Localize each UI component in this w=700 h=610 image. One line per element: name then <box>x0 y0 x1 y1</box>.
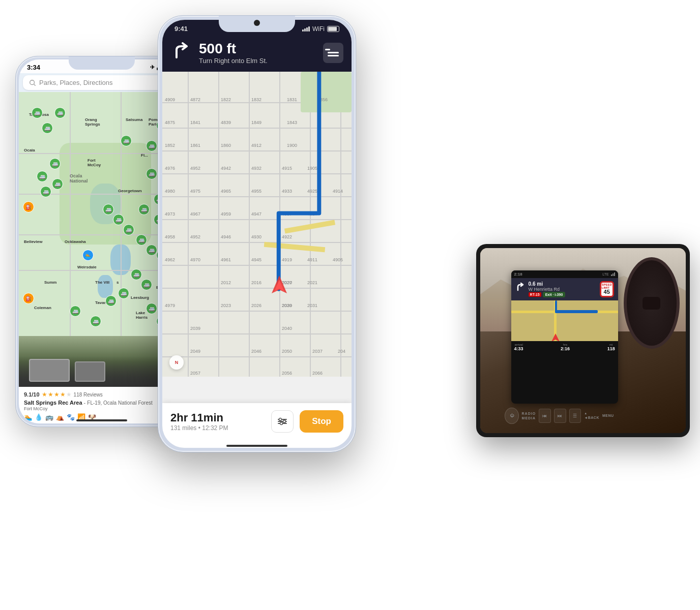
sn-4976: 4976 <box>165 166 175 171</box>
nav-road-h8 <box>162 265 352 266</box>
camp-icon-8: 🚐 <box>49 158 61 169</box>
nav-road-h9 <box>162 288 352 289</box>
cp-exit-sign: Exit · i-390 <box>543 292 566 297</box>
place-belleview: Belleview <box>24 239 42 244</box>
nav-instruction: Turn Right onto Elm St. <box>199 57 268 65</box>
left-home-indicator <box>76 419 127 421</box>
sn-1849: 1849 <box>251 120 261 125</box>
nav-road-h7 <box>162 242 352 243</box>
next-track-btn[interactable]: ⏭ <box>554 409 566 423</box>
sn-4945: 4945 <box>251 257 261 262</box>
sn-4911: 4911 <box>307 257 317 262</box>
sn-1832: 1832 <box>251 97 261 102</box>
scene: 3:34 ✈ <box>0 0 700 610</box>
location-marker <box>272 276 287 298</box>
road-v1 <box>70 92 71 336</box>
amenity-rv: 🚌 <box>45 413 53 421</box>
review-count: 118 Reviews <box>74 392 103 398</box>
stop-button[interactable]: Stop <box>300 410 343 433</box>
place-satsuma: Satsuma <box>126 117 142 122</box>
place-weirsdale: Weirsdale <box>77 265 97 269</box>
sn-2049: 2049 <box>190 349 200 354</box>
camp-icon-10: 🚐 <box>52 178 63 190</box>
cp-hrs: hrs 2:16 <box>561 343 570 351</box>
nav-road-h4 <box>162 173 352 174</box>
compass: N <box>169 355 184 370</box>
sn-2039: 2039 <box>190 326 200 331</box>
center-home-indicator <box>226 445 287 447</box>
nav-settings-button[interactable] <box>271 410 294 433</box>
camp-icon-1: 🚐 <box>32 107 43 118</box>
place-villages: The Villages <box>95 280 119 285</box>
cp-hrs-val: 2:16 <box>561 346 570 351</box>
car-nav-labels: ▲ ◄BACK <box>584 412 599 419</box>
nav-map[interactable]: 4909 4872 1822 1832 1831 7856 4875 1841 … <box>162 72 352 377</box>
cp-road-number-row: RT-15 Exit · i-390 <box>529 292 597 297</box>
turn-arrow-icon <box>170 41 193 64</box>
cp-mi: mi 118 <box>607 343 615 351</box>
star-4: ★ <box>60 391 66 398</box>
cp-signal <box>611 272 615 276</box>
rating-score: 9.1/10 <box>24 391 40 398</box>
sn-2029: 2029 <box>282 303 292 308</box>
search-bar[interactable]: Parks, Places, Directions <box>23 75 181 90</box>
cp-arrival: arrival 4:33 <box>514 343 523 351</box>
sn-4872: 4872 <box>190 97 200 102</box>
camp-icon-3: 🚐 <box>42 123 53 134</box>
car-media-labels: RADIO MEDIA <box>522 412 536 420</box>
car-controls: ⏻ RADIO MEDIA ⏮ ⏭ ☰ <box>505 408 614 424</box>
camp-icon-17: 🚐 <box>103 204 114 215</box>
sn-4905: 4905 <box>333 257 343 262</box>
sn-204: 204 <box>338 349 345 354</box>
sn-4875: 4875 <box>165 120 175 125</box>
cp-distance: 0.6 mi <box>529 281 597 287</box>
nav-road-v1 <box>188 72 189 377</box>
left-time: 3:34 <box>27 64 40 71</box>
park-location: Fort McCoy <box>24 406 180 411</box>
place-summerfield: Summ <box>44 280 56 285</box>
cp-lte: LTE <box>602 272 608 276</box>
camp-icon-29: 🚐 <box>70 306 81 317</box>
place-fl: Fl... <box>141 153 148 158</box>
center-camera <box>254 20 260 26</box>
nav-list-button[interactable] <box>323 43 343 63</box>
menu-icon-btn[interactable]: ☰ <box>569 409 581 423</box>
sn-4933: 4933 <box>282 189 292 194</box>
car-power-btn[interactable]: ⏻ <box>505 408 518 424</box>
carplay-inner: 2:18 LTE <box>480 248 686 433</box>
place-georgetown: Georgetown <box>118 189 142 193</box>
steering-wheel <box>624 257 680 349</box>
place-ocala: Ocala <box>24 148 35 152</box>
left-phone-notch <box>69 56 135 70</box>
sn-4970: 4970 <box>190 257 200 262</box>
place-ocklawaha: Ocklawaha <box>65 239 86 244</box>
sn-1905: 1905 <box>307 166 317 171</box>
sn-4979: 4979 <box>165 303 175 308</box>
amenity-swim: 🏊 <box>24 413 32 421</box>
sn-1852: 1852 <box>165 143 175 148</box>
sn-4980: 4980 <box>165 189 175 194</box>
sn-4947: 4947 <box>251 211 261 217</box>
rating-row: 9.1/10 ★ ★ ★ ★ ★ 118 Reviews <box>24 391 180 398</box>
nav-text-group: 500 ft Turn Right onto Elm St. <box>199 41 268 65</box>
cp-road-name: W Henrietta Rd <box>529 287 597 292</box>
place-fortmccoy: FortMcCoy <box>88 158 101 167</box>
amenity-pet: 🐾 <box>67 413 75 421</box>
national-forest-label: OcalaNational <box>70 173 88 184</box>
place-leesburg: Leesburg <box>131 295 149 300</box>
camp-icon-18: 🚐 <box>113 214 124 225</box>
prev-track-btn[interactable]: ⏮ <box>539 409 551 423</box>
sn-4961: 4961 <box>221 257 231 262</box>
cp-road-info: 0.6 mi W Henrietta Rd RT-15 Exit · i-390 <box>529 281 597 297</box>
sn-1822: 1822 <box>221 97 231 102</box>
camp-icon-15: 🚐 <box>138 204 150 215</box>
sn-2021: 2021 <box>307 280 317 285</box>
camp-icon-blue-1: 🏊 <box>82 250 94 261</box>
amenity-tent: ⛺ <box>56 413 64 421</box>
camp-icon-19: 🚐 <box>123 224 134 235</box>
signal-bars <box>302 26 310 32</box>
carplay-frame: 2:18 LTE <box>476 244 690 437</box>
sn-4952: 4952 <box>190 166 200 171</box>
camp-icon-12: 🚐 <box>146 168 157 179</box>
cp-road-number-badge: RT-15 <box>529 292 541 297</box>
